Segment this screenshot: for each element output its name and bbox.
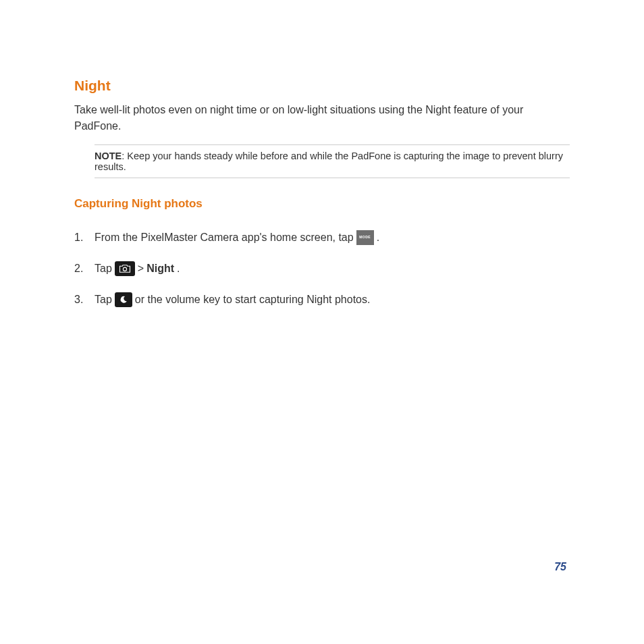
step-text: Tap: [95, 261, 112, 277]
step-text: or the volume key to start capturing Nig…: [135, 292, 371, 308]
page-number: 75: [554, 561, 566, 573]
note-text: : Keep your hands steady while before an…: [95, 151, 563, 172]
step-1: 1. From the PixelMaster Camera app's hom…: [74, 230, 570, 246]
camera-icon: [115, 261, 135, 276]
svg-point-0: [123, 267, 126, 271]
document-page: Night Take well-lit photos even on night…: [0, 0, 644, 308]
mode-icon: MODE: [356, 230, 374, 245]
step-content: Tap or the volume key to start capturing…: [95, 292, 370, 308]
heading-capturing: Capturing Night photos: [74, 197, 570, 211]
note-box: NOTE: Keep your hands steady while befor…: [95, 144, 570, 178]
moon-svg: [119, 295, 128, 304]
step-content: From the PixelMaster Camera app's home s…: [95, 230, 379, 246]
heading-night: Night: [74, 78, 570, 94]
step-text: Tap: [95, 292, 112, 308]
step-text: .: [177, 261, 180, 277]
step-number: 1.: [74, 230, 95, 246]
step-text: From the PixelMaster Camera app's home s…: [95, 230, 354, 246]
step-number: 3.: [74, 292, 95, 308]
step-text: .: [377, 230, 379, 246]
moon-icon: [115, 292, 132, 307]
step-3: 3. Tap or the volume key to start captur…: [74, 292, 570, 308]
step-text: >: [138, 261, 144, 277]
steps-list: 1. From the PixelMaster Camera app's hom…: [74, 230, 570, 308]
intro-paragraph: Take well-lit photos even on night time …: [74, 102, 570, 134]
step-2: 2. Tap > Night.: [74, 261, 570, 277]
step-content: Tap > Night.: [95, 261, 180, 277]
step-number: 2.: [74, 261, 95, 277]
night-label: Night: [146, 261, 174, 277]
note-label: NOTE: [95, 151, 122, 161]
camera-svg: [119, 264, 131, 273]
